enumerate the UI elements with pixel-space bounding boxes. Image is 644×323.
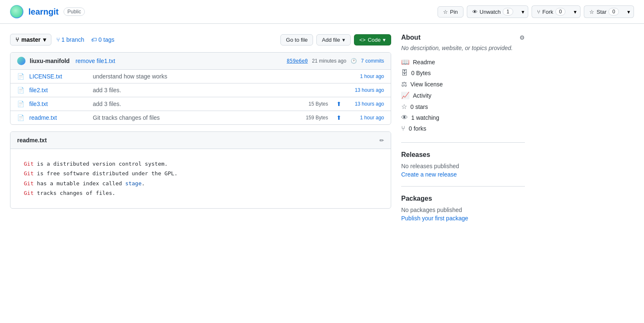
- create-release-link[interactable]: Create a new release: [401, 171, 457, 178]
- branch-selector[interactable]: ⑂ master ▾: [10, 34, 51, 45]
- file-name-license[interactable]: LICENSE.txt: [29, 73, 88, 80]
- repo-main: ⑂ master ▾ ⑂ 1 branch 🏷 0 tags Go to fil…: [10, 34, 391, 222]
- branch-name: master: [21, 36, 41, 43]
- file-icon: 📄: [17, 87, 24, 93]
- gear-icon[interactable]: ⚙: [519, 34, 525, 41]
- sidebar-divider-1: [401, 142, 525, 143]
- star-button[interactable]: ☆ Star 0: [584, 5, 624, 18]
- sidebar-link-readme[interactable]: 📖 Readme: [401, 58, 525, 66]
- tags-label: tags: [103, 36, 114, 43]
- license-label: View license: [410, 81, 443, 88]
- tags-link[interactable]: 🏷 0 tags: [91, 36, 115, 43]
- file-commit-msg-file2: add 3 files.: [93, 87, 341, 93]
- fork-count: 0: [555, 8, 566, 15]
- sidebar-divider-2: [401, 186, 525, 187]
- star-icon2: ☆: [589, 9, 594, 15]
- repo-sidebar: About ⚙ No description, website, or topi…: [401, 34, 525, 222]
- file-icon: 📄: [17, 114, 24, 121]
- commits-link[interactable]: 7 commits: [361, 58, 384, 64]
- watching-label: 1 watching: [411, 114, 439, 121]
- database-icon: 🗄: [401, 69, 408, 77]
- unwatch-group: 👁 Unwatch 1 ▾: [467, 5, 528, 18]
- commit-author[interactable]: liuxu-manifold: [30, 58, 70, 64]
- star-group: ☆ Star 0 ▾: [584, 5, 634, 18]
- add-file-group: Add file ▾: [316, 34, 350, 45]
- forks-label: 0 forks: [409, 125, 426, 132]
- sidebar-link-stars[interactable]: ☆ 0 stars: [401, 103, 525, 111]
- fork-icon2: ⑂: [401, 125, 405, 132]
- sidebar-link-forks[interactable]: ⑂ 0 forks: [401, 125, 525, 132]
- book-icon: 📖: [401, 58, 410, 66]
- star-label: Star: [596, 9, 606, 15]
- add-file-label: Add file: [322, 37, 340, 43]
- pin-button[interactable]: ☆ Pin: [438, 6, 463, 18]
- sidebar-links: 📖 Readme 🗄 0 Bytes ⚖ View license 📈 Acti…: [401, 58, 525, 132]
- star-count: 0: [608, 8, 619, 15]
- file-commit-msg-license: understand how stage works: [93, 73, 341, 80]
- branch-actions: Go to file Add file ▾ <> Code ▾: [280, 34, 391, 45]
- file-icon: 📄: [17, 101, 24, 107]
- file-commit-msg-file3: add 3 files.: [93, 101, 303, 107]
- file-time-file2: 13 hours ago: [346, 87, 384, 93]
- tags-count: 0: [99, 36, 102, 43]
- file-size-file3: 15 Bytes: [308, 101, 328, 107]
- fork-dropdown[interactable]: ▾: [570, 5, 580, 18]
- file-name-file2[interactable]: file2.txt: [29, 87, 88, 93]
- unwatch-count: 1: [503, 8, 513, 15]
- about-header: About ⚙: [401, 34, 525, 41]
- repo-avatar: [10, 5, 23, 18]
- file-time-license: 1 hour ago: [346, 73, 384, 79]
- file-name-file3[interactable]: file3.txt: [29, 101, 88, 107]
- branches-count: 1: [61, 36, 65, 43]
- repo-title[interactable]: learngit: [28, 7, 59, 17]
- releases-section: Releases No releases published Create a …: [401, 151, 525, 178]
- publish-package-link[interactable]: Publish your first package: [401, 215, 468, 222]
- about-section: About ⚙ No description, website, or topi…: [401, 34, 525, 132]
- file-row: 📄 readme.txt Git tracks changes of files…: [10, 111, 391, 124]
- commits-label: commits: [365, 58, 384, 64]
- readme-title: readme.txt: [17, 137, 47, 144]
- add-file-dropdown-icon: ▾: [342, 37, 345, 43]
- readme-header: readme.txt ✏: [10, 132, 391, 149]
- branch-icon: ⑂: [15, 36, 19, 43]
- no-packages-label: No packages published: [401, 207, 525, 213]
- file-name-readme[interactable]: readme.txt: [29, 114, 88, 121]
- code-dropdown-icon: ▾: [383, 37, 386, 43]
- go-to-file-button[interactable]: Go to file: [280, 34, 313, 45]
- license-icon: ⚖: [401, 80, 407, 88]
- file-size-readme: 159 Bytes: [306, 115, 328, 121]
- upload-icon-readme: ⬆: [336, 114, 341, 121]
- eye-icon2: 👁: [401, 114, 408, 121]
- star-dropdown[interactable]: ▾: [624, 5, 634, 18]
- unwatch-dropdown[interactable]: ▾: [518, 5, 528, 18]
- unwatch-label: Unwatch: [480, 9, 501, 15]
- code-button[interactable]: <> Code ▾: [354, 34, 391, 45]
- unwatch-button[interactable]: 👁 Unwatch 1: [467, 5, 518, 18]
- commit-message-link[interactable]: remove file1.txt: [76, 58, 115, 64]
- main-content: ⑂ master ▾ ⑂ 1 branch 🏷 0 tags Go to fil…: [0, 24, 535, 232]
- branch-bar: ⑂ master ▾ ⑂ 1 branch 🏷 0 tags Go to fil…: [10, 34, 391, 45]
- file-table: liuxu-manifold remove file1.txt 859e6e0 …: [10, 52, 391, 125]
- visibility-badge: Public: [64, 8, 85, 16]
- header-actions: ☆ Pin 👁 Unwatch 1 ▾ ⑂ Fork 0 ▾ ☆ Star: [438, 5, 634, 18]
- branches-label: branch: [66, 36, 84, 43]
- fork-button[interactable]: ⑂ Fork 0: [532, 5, 571, 18]
- sidebar-link-license[interactable]: ⚖ View license: [401, 80, 525, 88]
- readme-line-4: Git tracks changes of files.: [24, 188, 377, 198]
- sidebar-link-bytes[interactable]: 🗄 0 Bytes: [401, 69, 525, 77]
- commit-hash[interactable]: 859e6e0: [287, 58, 308, 64]
- sidebar-link-activity[interactable]: 📈 Activity: [401, 91, 525, 99]
- add-file-button[interactable]: Add file ▾: [316, 34, 350, 45]
- about-desc: No description, website, or topics provi…: [401, 45, 525, 51]
- code-group: <> Code ▾: [354, 34, 391, 45]
- file-row: 📄 file2.txt add 3 files. 13 hours ago: [10, 83, 391, 97]
- sidebar-link-watching[interactable]: 👁 1 watching: [401, 114, 525, 121]
- no-releases-label: No releases published: [401, 163, 525, 169]
- latest-commit-row: liuxu-manifold remove file1.txt 859e6e0 …: [10, 53, 391, 70]
- top-header: learngit Public ☆ Pin 👁 Unwatch 1 ▾ ⑂ Fo…: [0, 0, 644, 24]
- file-row: 📄 LICENSE.txt understand how stage works…: [10, 70, 391, 83]
- readme-edit-button[interactable]: ✏: [379, 137, 384, 144]
- commit-time: 21 minutes ago: [312, 58, 346, 64]
- branches-link[interactable]: ⑂ 1 branch: [56, 36, 84, 43]
- commits-count: 7: [361, 58, 364, 64]
